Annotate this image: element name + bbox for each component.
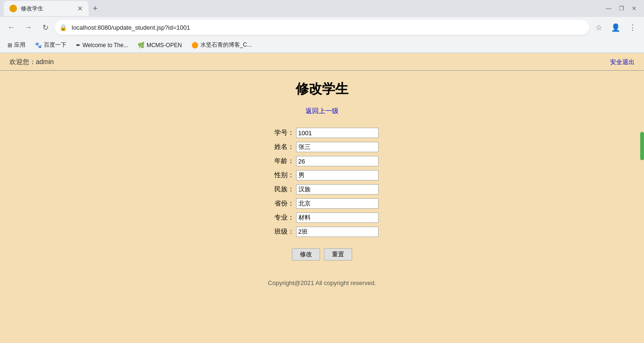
page-content: 欢迎您：admin 安全退出 修改学生 返回上一级 学号：姓名：年龄：性别：民族… — [0, 53, 644, 343]
back-link[interactable]: 返回上一级 — [305, 107, 339, 114]
form-row-student_id: 学号： — [266, 128, 379, 138]
nav-bar: ← → ↻ 🔒 ☆ 👤 ⋮ — [0, 17, 644, 38]
label-student_id: 学号： — [266, 129, 294, 137]
minimize-button[interactable]: — — [606, 5, 611, 12]
input-gender[interactable] — [296, 170, 379, 180]
bookmark-welcome[interactable]: ✒Welcome to The... — [72, 41, 132, 49]
bookmark-mcms[interactable]: 🌿MCMS-OPEN — [134, 41, 186, 49]
welcome-text: 欢迎您：admin — [9, 58, 54, 66]
form-row-gender: 性别： — [266, 170, 379, 180]
bookmark-baidu[interactable]: 🐾百度一下 — [31, 40, 70, 50]
form-row-major: 专业： — [266, 212, 379, 223]
label-ethnicity: 民族： — [266, 185, 294, 194]
logout-link[interactable]: 安全退出 — [610, 58, 635, 66]
address-bar-wrapper: 🔒 — [55, 20, 589, 35]
footer: Copyright@2021 All copyright reserved. — [0, 265, 644, 296]
maximize-button[interactable]: ❐ — [619, 5, 624, 12]
page-title: 修改学生 — [0, 71, 644, 103]
page-header: 欢迎您：admin 安全退出 — [0, 53, 644, 71]
form-container: 学号：姓名：年龄：性别：民族：省份：专业：班级： 修改 重置 — [0, 123, 644, 265]
label-gender: 性别： — [266, 171, 294, 180]
input-class[interactable] — [296, 227, 379, 237]
profile-icon[interactable]: 👤 — [608, 20, 623, 35]
bookmarks-bar: ⊞应用🐾百度一下✒Welcome to The...🌿MCMS-OPEN🟠水坚石… — [0, 38, 644, 53]
tab-title: 修改学生 — [21, 5, 43, 13]
nav-right-icons: ☆ 👤 ⋮ — [591, 20, 640, 35]
button-row: 修改 重置 — [292, 248, 352, 261]
address-lock-icon: 🔒 — [59, 24, 67, 31]
scrollbar-indicator[interactable] — [640, 132, 644, 160]
window-controls: — ❐ ✕ — [606, 5, 640, 12]
close-button[interactable]: ✕ — [632, 5, 636, 12]
input-province[interactable] — [296, 198, 379, 209]
input-age[interactable] — [296, 156, 379, 166]
browser-chrome: 修改学生 ✕ + — ❐ ✕ ← → ↻ 🔒 ☆ 👤 ⋮ ⊞应用🐾百度一下✒We… — [0, 0, 644, 53]
forward-button[interactable]: → — [21, 20, 36, 35]
form-row-province: 省份： — [266, 198, 379, 209]
reset-button[interactable]: 重置 — [324, 248, 352, 261]
refresh-button[interactable]: ↻ — [38, 20, 53, 35]
back-button[interactable]: ← — [4, 20, 19, 35]
bookmark-apps[interactable]: ⊞应用 — [4, 40, 29, 50]
input-student_id[interactable] — [296, 128, 379, 138]
label-age: 年龄： — [266, 157, 294, 165]
bookmark-blog[interactable]: 🟠水坚石青的博客_C... — [188, 40, 256, 50]
form-row-age: 年龄： — [266, 156, 379, 166]
submit-button[interactable]: 修改 — [292, 248, 320, 261]
input-ethnicity[interactable] — [296, 184, 379, 195]
bookmark-star-icon[interactable]: ☆ — [591, 20, 606, 35]
form-row-name: 姓名： — [266, 142, 379, 152]
menu-icon[interactable]: ⋮ — [625, 20, 640, 35]
footer-text: Copyright@2021 All copyright reserved. — [268, 279, 376, 286]
input-major[interactable] — [296, 212, 379, 223]
tab-favicon — [9, 5, 17, 12]
label-major: 专业： — [266, 213, 294, 222]
label-class: 班级： — [266, 228, 294, 236]
back-link-container: 返回上一级 — [0, 103, 644, 123]
input-name[interactable] — [296, 142, 379, 152]
form-fields: 学号：姓名：年龄：性别：民族：省份：专业：班级： — [266, 128, 379, 241]
label-name: 姓名： — [266, 143, 294, 151]
form-row-ethnicity: 民族： — [266, 184, 379, 195]
new-tab-button[interactable]: + — [89, 2, 102, 15]
label-province: 省份： — [266, 199, 294, 208]
tab-bar: 修改学生 ✕ + — ❐ ✕ — [0, 0, 644, 17]
form-row-class: 班级： — [266, 227, 379, 237]
address-bar[interactable] — [55, 20, 589, 35]
tab-close-button[interactable]: ✕ — [77, 5, 83, 12]
active-tab[interactable]: 修改学生 ✕ — [4, 1, 89, 16]
